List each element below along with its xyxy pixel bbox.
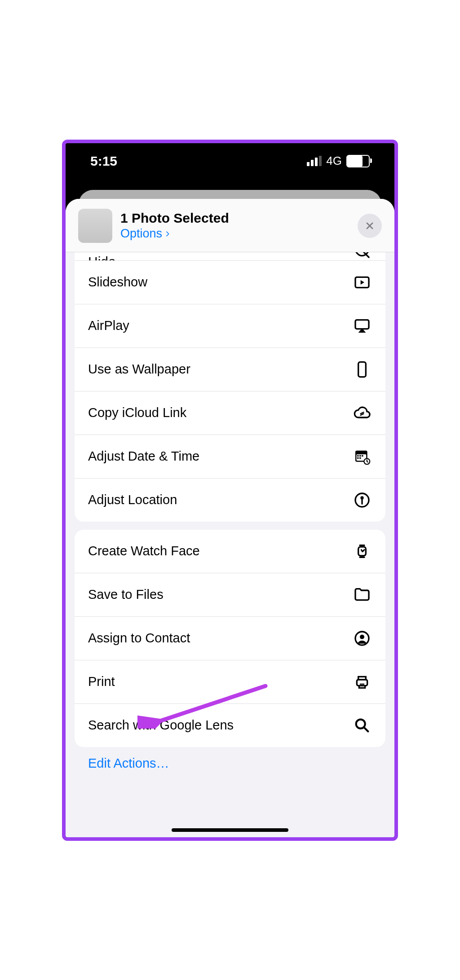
battery-icon <box>346 155 370 167</box>
action-use-as-wallpaper[interactable]: Use as Wallpaper <box>75 347 385 391</box>
printer-icon <box>352 672 372 692</box>
sheet-header: 1 Photo Selected Options <box>66 199 394 252</box>
action-label: Slideshow <box>88 275 147 290</box>
action-label: Hide <box>88 254 116 260</box>
action-label: Save to Files <box>88 587 164 602</box>
action-label: Print <box>88 674 115 689</box>
action-save-to-files[interactable]: Save to Files <box>75 573 385 616</box>
action-group-1: Hide Slideshow AirPlay Use as Wallpaper … <box>75 252 385 522</box>
phone-icon <box>352 360 372 379</box>
status-bar: 5:15 4G <box>66 143 394 179</box>
action-assign-to-contact[interactable]: Assign to Contact <box>75 616 385 660</box>
edit-actions-button[interactable]: Edit Actions… <box>75 747 385 771</box>
watch-icon <box>352 541 372 561</box>
folder-icon <box>352 585 372 605</box>
status-time: 5:15 <box>90 154 117 169</box>
action-slideshow[interactable]: Slideshow <box>75 260 385 304</box>
options-button[interactable]: Options <box>120 227 349 241</box>
airplay-icon <box>352 316 372 336</box>
action-label: AirPlay <box>88 318 129 333</box>
action-label: Assign to Contact <box>88 631 190 646</box>
signal-icon <box>307 156 322 166</box>
pin-icon <box>352 490 372 510</box>
options-label: Options <box>120 227 162 241</box>
actions-scroll[interactable]: Hide Slideshow AirPlay Use as Wallpaper … <box>66 252 394 837</box>
home-indicator[interactable] <box>172 828 288 832</box>
action-hide[interactable]: Hide <box>75 252 385 260</box>
action-group-2: Create Watch Face Save to Files Assign t… <box>75 530 385 747</box>
search-icon <box>352 716 372 735</box>
action-create-watch-face[interactable]: Create Watch Face <box>75 530 385 573</box>
chevron-right-icon <box>164 230 171 237</box>
network-label: 4G <box>326 154 342 168</box>
action-print[interactable]: Print <box>75 660 385 703</box>
share-sheet: 1 Photo Selected Options Hide Slideshow <box>66 199 394 837</box>
action-adjust-date-time[interactable]: Adjust Date & Time <box>75 435 385 478</box>
action-adjust-location[interactable]: Adjust Location <box>75 478 385 522</box>
close-icon <box>364 220 375 231</box>
play-rect-icon <box>352 272 372 292</box>
contact-icon <box>352 628 372 648</box>
hide-icon <box>352 252 372 260</box>
status-right: 4G <box>307 154 370 168</box>
calendar-clock-icon <box>352 447 372 466</box>
action-airplay[interactable]: AirPlay <box>75 304 385 347</box>
action-label: Copy iCloud Link <box>88 405 186 420</box>
cloud-link-icon <box>352 403 372 423</box>
action-label: Use as Wallpaper <box>88 362 190 377</box>
close-button[interactable] <box>358 214 382 238</box>
action-label: Search with Google Lens <box>88 718 234 733</box>
header-title: 1 Photo Selected <box>120 211 349 226</box>
action-label: Create Watch Face <box>88 544 200 558</box>
action-label: Adjust Date & Time <box>88 449 199 464</box>
photo-thumbnail[interactable] <box>78 209 112 243</box>
phone-frame: 5:15 4G 1 Photo Selected Options <box>62 140 398 841</box>
action-copy-icloud-link[interactable]: Copy iCloud Link <box>75 391 385 435</box>
action-search-google-lens[interactable]: Search with Google Lens <box>75 703 385 747</box>
action-label: Adjust Location <box>88 492 177 507</box>
